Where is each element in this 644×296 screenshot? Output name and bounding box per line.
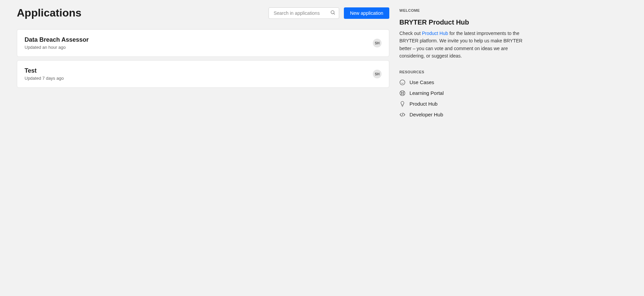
- smile-icon: [399, 79, 405, 85]
- lightbulb-icon: [399, 101, 405, 107]
- application-name: Test: [25, 67, 64, 74]
- resource-item-use-cases[interactable]: Use Cases: [399, 79, 524, 85]
- page-title: Applications: [17, 7, 81, 19]
- welcome-title: BRYTER Product Hub: [399, 18, 524, 26]
- resource-item-product-hub[interactable]: Product Hub: [399, 101, 524, 107]
- lifebuoy-icon: [399, 90, 405, 96]
- svg-line-7: [401, 91, 402, 92]
- main-column: Applications New application Data: [17, 7, 389, 118]
- application-card[interactable]: Test Updated 7 days ago SH: [17, 60, 389, 88]
- resources-label: RESOURCES: [399, 70, 524, 74]
- code-icon: [399, 112, 405, 118]
- header-row: Applications New application: [17, 7, 389, 19]
- resource-label: Use Cases: [409, 79, 434, 85]
- new-application-button[interactable]: New application: [344, 7, 389, 19]
- application-updated: Updated an hour ago: [25, 45, 88, 50]
- resource-label: Developer Hub: [409, 112, 443, 117]
- svg-line-11: [402, 113, 403, 117]
- header-actions: New application: [269, 7, 389, 19]
- svg-point-2: [400, 80, 405, 85]
- svg-line-10: [401, 94, 402, 95]
- svg-line-8: [403, 94, 404, 95]
- product-hub-link[interactable]: Product Hub: [422, 31, 448, 36]
- sidebar: WELCOME BRYTER Product Hub Check out Pro…: [399, 7, 524, 118]
- search-icon: [330, 10, 335, 16]
- application-card-info: Data Breach Assessor Updated an hour ago: [25, 36, 88, 50]
- application-card[interactable]: Data Breach Assessor Updated an hour ago…: [17, 29, 389, 57]
- avatar: SH: [373, 39, 382, 47]
- resource-label: Product Hub: [409, 101, 437, 107]
- application-name: Data Breach Assessor: [25, 36, 88, 43]
- welcome-text: Check out Product Hub for the latest imp…: [399, 30, 524, 60]
- svg-line-9: [403, 91, 404, 92]
- search-box[interactable]: [269, 7, 339, 19]
- avatar: SH: [373, 70, 382, 78]
- search-input[interactable]: [274, 10, 330, 16]
- svg-point-6: [401, 92, 403, 94]
- svg-line-1: [334, 13, 335, 14]
- resource-item-developer-hub[interactable]: Developer Hub: [399, 112, 524, 118]
- welcome-text-prefix: Check out: [399, 31, 422, 36]
- application-list: Data Breach Assessor Updated an hour ago…: [17, 29, 389, 88]
- resource-item-learning-portal[interactable]: Learning Portal: [399, 90, 524, 96]
- application-card-info: Test Updated 7 days ago: [25, 67, 64, 81]
- resource-list: Use Cases Learning Portal Product Hub De…: [399, 79, 524, 118]
- application-updated: Updated 7 days ago: [25, 76, 64, 81]
- svg-point-0: [331, 10, 334, 13]
- welcome-label: WELCOME: [399, 8, 524, 12]
- resource-label: Learning Portal: [409, 90, 444, 96]
